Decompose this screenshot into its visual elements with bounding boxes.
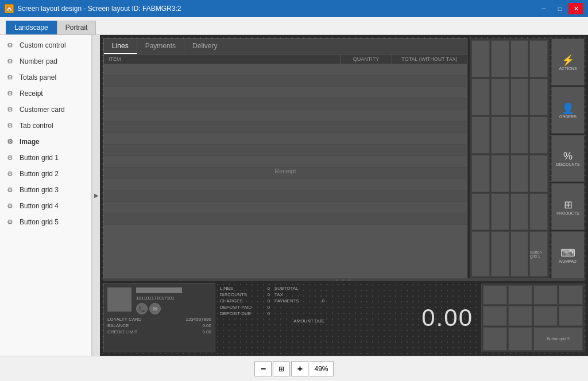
gear-icon-7: ⚙ [7, 138, 15, 146]
maximize-button[interactable]: □ [552, 3, 567, 14]
lower-cell [559, 285, 583, 305]
sidebar-item-image[interactable]: ⚙ Image [0, 134, 91, 150]
gear-icon-3: ⚙ [7, 73, 15, 81]
gear-icon-11: ⚙ [7, 202, 15, 210]
sidebar-item-receipt[interactable]: ⚙ Receipt [0, 85, 91, 102]
action-btn-products[interactable]: ⊞ PRODUCTS [551, 183, 585, 230]
gear-icon-4: ⚙ [7, 90, 15, 98]
lower-cell [533, 285, 558, 305]
customer-name-field [136, 287, 182, 293]
sidebar-label-image: Image [20, 138, 40, 146]
receipt-tab-lines[interactable]: Lines [104, 39, 137, 54]
button-grid-5-label: Button grid 5 [547, 337, 570, 341]
sidebar-label-totals-panel: Totals panel [20, 73, 56, 81]
lower-cell [559, 306, 583, 325]
customer-card-panel: 101101171017101 📞 ✉ LOYALTY CARD 1234567… [103, 283, 215, 352]
sidebar-item-number-pad[interactable]: ⚙ Number pad [0, 53, 91, 69]
lower-cell [483, 306, 507, 325]
actions-label: ACTIONS [559, 67, 577, 71]
minimize-button[interactable]: ─ [536, 3, 551, 14]
close-button[interactable]: ✕ [568, 3, 583, 14]
numpad-icon: ⌨ [560, 247, 575, 259]
grid-cell [510, 155, 529, 192]
email-button[interactable]: ✉ [149, 303, 161, 314]
button-grid-label: Button grid 1 [530, 250, 547, 258]
zoom-in-button[interactable]: + [291, 361, 308, 376]
loyalty-row: LOYALTY CARD 1234567890 [107, 317, 211, 322]
tab-portrait[interactable]: Portrait [57, 21, 96, 34]
window-controls: ─ □ ✕ [536, 3, 583, 14]
products-icon: ⊞ [564, 199, 572, 211]
sidebar-item-custom-control[interactable]: ⚙ Custom control [0, 37, 91, 53]
sidebar-item-button-grid-1[interactable]: ⚙ Button grid 1 [0, 150, 91, 166]
sidebar: ⚙ Custom control ⚙ Number pad ⚙ Totals p… [0, 35, 92, 356]
grid-cell [529, 116, 548, 154]
action-btn-discounts[interactable]: % DISCOUNTS [551, 135, 585, 182]
zoom-out-button[interactable]: − [254, 361, 272, 376]
grid-cell [471, 40, 490, 77]
summary-left: LINES 0 DISCOUNTS 0 CHARGES 0 [220, 286, 270, 316]
customer-id: 101101171017101 [136, 296, 182, 301]
gear-icon-2: ⚙ [7, 57, 15, 65]
zoom-reset-button[interactable]: ⊞ [273, 361, 290, 376]
lower-cell [483, 285, 507, 305]
numpad-label: NUMPAD [559, 259, 577, 263]
credit-limit-row: CREDIT LIMIT 0.00 [107, 329, 211, 335]
sidebar-item-button-grid-5[interactable]: ⚙ Button grid 5 [0, 214, 91, 230]
amount-due-label: AMOUNT DUE [220, 318, 324, 324]
discounts-label: DISCOUNTS [556, 162, 579, 166]
amount-due-value: 0.00 [421, 304, 473, 332]
lower-cell [483, 327, 507, 351]
receipt-tab-payments[interactable]: Payments [137, 39, 184, 54]
receipt-label: Receipt [274, 168, 296, 174]
grid-cell [529, 193, 548, 231]
grid-cell [510, 193, 529, 231]
grid-cell [491, 193, 509, 231]
receipt-panel: Lines Payments Delivery ITEM QUANTITY [103, 38, 467, 278]
orders-icon: 👤 [562, 102, 574, 115]
tab-bar: Landscape Portrait [0, 17, 588, 35]
lower-cell: Button grid 5 [533, 327, 583, 351]
title-bar: 🏠 Screen layout design - Screen layout I… [0, 0, 588, 17]
receipt-tab-bar: Lines Payments Delivery [104, 39, 467, 55]
button-grid-1-panel: Button grid 1 [470, 38, 550, 278]
balance-row: BALANCE 0.00 [107, 323, 211, 328]
sidebar-item-tab-control[interactable]: ⚙ Tab control [0, 118, 91, 134]
receipt-rows: Receipt [104, 64, 467, 278]
sidebar-label-button-grid-4: Button grid 4 [20, 202, 59, 210]
sidebar-item-customer-card[interactable]: ⚙ Customer card [0, 102, 91, 118]
receipt-row [104, 110, 467, 122]
content-area: ⚙ Custom control ⚙ Number pad ⚙ Totals p… [0, 35, 588, 356]
sidebar-label-button-grid-5: Button grid 5 [20, 218, 59, 226]
sidebar-item-button-grid-3[interactable]: ⚙ Button grid 3 [0, 182, 91, 198]
column-quantity: QUANTITY [341, 55, 392, 64]
receipt-tab-delivery[interactable]: Delivery [184, 39, 225, 54]
tab-landscape[interactable]: Landscape [6, 21, 57, 34]
products-label: PRODUCTS [556, 211, 579, 215]
title-bar-left: 🏠 Screen layout design - Screen layout I… [5, 4, 181, 13]
grid-cell [529, 40, 548, 77]
receipt-row [104, 133, 467, 145]
sidebar-item-button-grid-2[interactable]: ⚙ Button grid 2 [0, 166, 91, 182]
action-btn-numpad[interactable]: ⌨ NUMPAD [551, 231, 585, 278]
gear-icon-5: ⚙ [7, 106, 15, 114]
customer-photo [107, 287, 131, 312]
column-total: TOTAL (WITHOUT TAX) [392, 55, 467, 64]
grid-cell [529, 79, 548, 116]
sidebar-item-button-grid-4[interactable]: ⚙ Button grid 4 [0, 198, 91, 214]
grid-cell [491, 79, 509, 116]
gear-icon-12: ⚙ [7, 218, 15, 226]
sidebar-label-custom-control: Custom control [20, 41, 66, 49]
sidebar-item-totals-panel[interactable]: ⚙ Totals panel [0, 69, 91, 85]
receipt-row [104, 87, 467, 99]
grid-cell [510, 231, 529, 277]
sidebar-expand-button[interactable]: ▶ [92, 35, 100, 356]
grid-cell [491, 40, 509, 77]
sidebar-label-button-grid-2: Button grid 2 [20, 170, 59, 178]
phone-button[interactable]: 📞 [136, 303, 148, 314]
grid-cell [510, 40, 529, 77]
action-btn-actions[interactable]: ⚡ ACTIONS [551, 38, 585, 85]
discounts-icon: % [563, 150, 572, 162]
right-panel: Button grid 1 ⚡ ACTIONS 👤 ORDERS [470, 38, 585, 278]
action-btn-orders[interactable]: 👤 ORDERS [551, 87, 585, 134]
